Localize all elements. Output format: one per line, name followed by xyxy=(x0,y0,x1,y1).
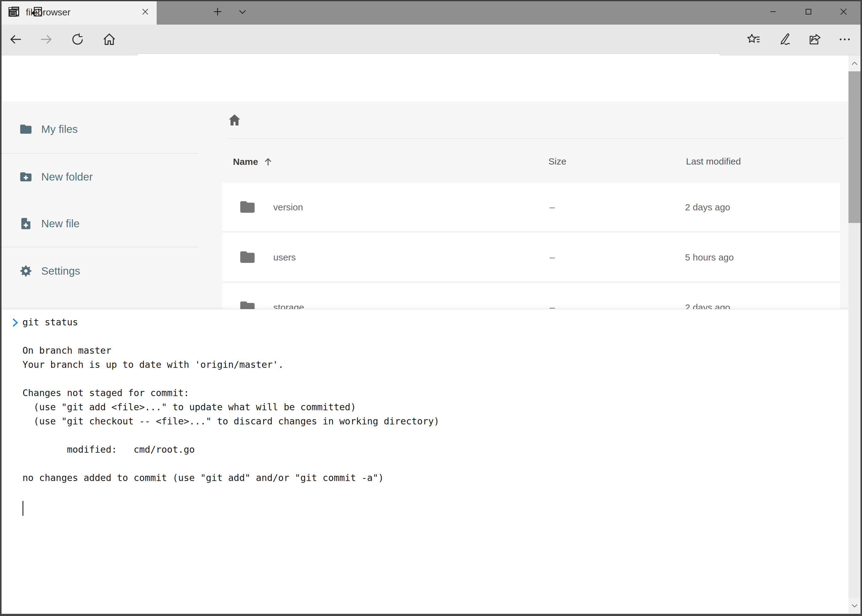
column-header-size[interactable]: Size xyxy=(548,156,566,167)
sidebar-item-settings[interactable]: Settings xyxy=(0,254,199,288)
refresh-button[interactable] xyxy=(69,25,87,55)
file-modified: 5 hours ago xyxy=(685,252,734,262)
window-maximize-button[interactable] xyxy=(794,0,823,25)
plus-icon xyxy=(212,6,223,19)
back-arrow-icon xyxy=(8,32,23,48)
folder-icon xyxy=(239,299,256,309)
sidebar-item-new-folder[interactable]: New folder xyxy=(0,160,199,194)
home-button[interactable] xyxy=(100,25,118,55)
breadcrumb-home-button[interactable] xyxy=(227,113,242,127)
file-listing: Name Size Last modified version – 2 days… xyxy=(222,102,845,309)
file-row-version[interactable]: version – 2 days ago xyxy=(222,183,840,231)
file-size: – xyxy=(550,252,555,262)
forward-arrow-icon xyxy=(39,32,54,48)
page-scrollbar[interactable] xyxy=(848,55,860,614)
forward-button[interactable] xyxy=(37,25,55,55)
ellipsis-icon xyxy=(838,32,852,48)
folder-icon xyxy=(239,248,256,266)
new-folder-icon xyxy=(19,170,33,184)
terminal-line xyxy=(22,428,440,443)
folder-icon xyxy=(19,123,33,136)
file-modified: 2 days ago xyxy=(685,202,730,212)
folder-icon xyxy=(239,198,256,215)
tab-restore-arrow-icon xyxy=(30,5,43,19)
chevron-down-icon xyxy=(851,603,858,608)
terminal-line: (use "git checkout -- <file>..." to disc… xyxy=(22,414,440,428)
file-name: version xyxy=(273,202,303,212)
file-name: storage xyxy=(273,302,304,310)
window-close-button[interactable] xyxy=(829,0,858,25)
share-icon xyxy=(807,32,822,48)
file-row-users[interactable]: users – 5 hours ago xyxy=(222,233,840,281)
chevron-down-icon xyxy=(237,6,248,18)
content-area: My files New folder New file xyxy=(0,102,862,309)
share-button[interactable] xyxy=(806,25,824,55)
scrollbar-thumb[interactable] xyxy=(848,71,860,223)
sidebar-divider xyxy=(0,247,199,247)
sidebar-item-my-files[interactable]: My files xyxy=(0,112,199,146)
app-header xyxy=(0,55,862,102)
terminal-line: no changes added to commit (use "git add… xyxy=(22,471,440,485)
refresh-icon xyxy=(71,32,85,48)
window-border xyxy=(860,0,862,616)
scrollbar-up-button[interactable] xyxy=(848,55,860,71)
terminal-panel[interactable]: git status On branch master Your branch … xyxy=(2,309,848,614)
sidebar-item-label: New folder xyxy=(41,171,93,183)
chevron-up-icon xyxy=(851,61,858,66)
file-size: – xyxy=(550,202,555,212)
window-minimize-button[interactable] xyxy=(759,0,787,25)
terminal-line: On branch master xyxy=(22,344,440,358)
pen-icon xyxy=(777,32,792,48)
new-file-icon xyxy=(19,217,33,230)
terminal-line: modified: cmd/root.go xyxy=(22,443,440,457)
home-icon xyxy=(102,32,117,48)
file-name: users xyxy=(273,252,296,262)
sidebar-item-label: New file xyxy=(41,217,79,230)
terminal-line xyxy=(22,485,440,499)
more-options-button[interactable] xyxy=(836,25,854,55)
sidebar-item-label: My files xyxy=(41,123,78,135)
minimize-icon xyxy=(769,7,778,17)
terminal-line: (use "git add <file>..." to update what … xyxy=(22,400,440,414)
back-button[interactable] xyxy=(7,25,25,55)
listing-divider xyxy=(227,138,845,139)
column-header-name[interactable]: Name xyxy=(233,156,274,167)
text-cursor xyxy=(22,501,24,516)
titlebar: filebrowser xyxy=(0,0,862,25)
terminal-line: Your branch is up to date with 'origin/m… xyxy=(22,358,440,372)
web-notes-button[interactable] xyxy=(775,25,793,55)
tabs-pages-icon xyxy=(8,5,20,19)
star-list-icon xyxy=(746,32,761,48)
terminal-input-line[interactable] xyxy=(22,501,440,515)
tab-close-icon[interactable] xyxy=(141,7,150,17)
browser-tab[interactable]: filebrowser xyxy=(0,0,157,25)
terminal-command: git status xyxy=(22,315,440,329)
file-row-storage[interactable]: storage – 2 days ago xyxy=(222,283,840,309)
maximize-icon xyxy=(804,7,813,17)
terminal-line xyxy=(22,329,440,344)
file-modified: 2 days ago xyxy=(685,302,730,310)
new-tab-button[interactable] xyxy=(211,0,224,25)
window-border xyxy=(0,614,862,616)
terminal-line xyxy=(22,457,440,471)
terminal-output: git status On branch master Your branch … xyxy=(22,315,440,515)
browser-toolbar: filebrowser.web/files/ xyxy=(0,25,862,55)
sort-ascending-icon xyxy=(263,156,274,167)
sidebar-item-new-file[interactable]: New file xyxy=(0,207,199,240)
window-border xyxy=(0,0,2,616)
set-tabs-aside-button[interactable] xyxy=(7,0,21,25)
home-filled-icon xyxy=(227,113,242,127)
close-icon xyxy=(838,7,848,18)
sidebar-item-label: Settings xyxy=(41,265,80,277)
hub-favorites-button[interactable] xyxy=(745,25,763,55)
tabs-set-aside-list-button[interactable] xyxy=(30,0,44,25)
listing-header-row: Name Size Last modified xyxy=(222,154,845,170)
scrollbar-down-button[interactable] xyxy=(848,598,860,614)
gear-icon xyxy=(19,264,33,278)
column-header-modified[interactable]: Last modified xyxy=(686,156,741,167)
window-border xyxy=(0,0,862,1)
file-size: – xyxy=(550,302,555,310)
tab-preview-toggle[interactable] xyxy=(235,0,250,25)
terminal-line: Changes not staged for commit: xyxy=(22,386,440,400)
sidebar-divider xyxy=(0,153,199,154)
